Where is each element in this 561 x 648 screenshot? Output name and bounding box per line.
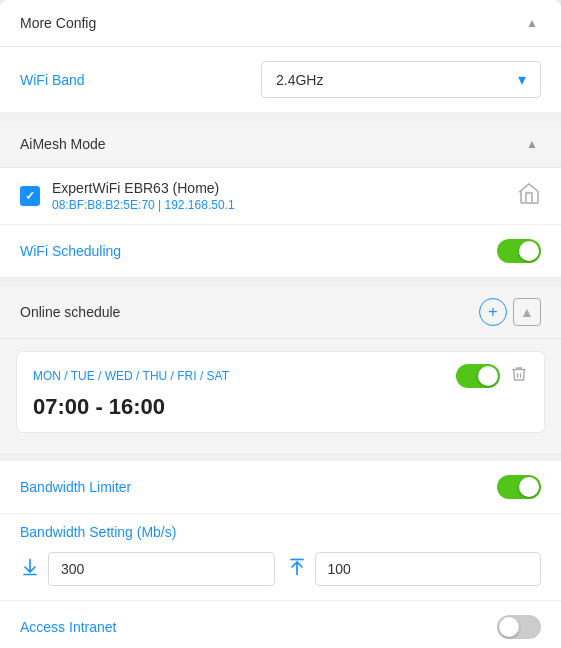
schedule-delete-icon[interactable] — [510, 365, 528, 388]
collapse-schedule-icon: ▲ — [520, 304, 534, 320]
divider-1 — [0, 113, 561, 121]
device-mac: 08:BF:B8:B2:5E:70 | 192.168.50.1 — [52, 198, 235, 212]
bandwidth-inputs-row — [0, 544, 561, 601]
wifi-scheduling-row: WiFi Scheduling — [0, 225, 561, 278]
upload-input[interactable] — [315, 552, 542, 586]
schedule-card-container: MON / TUE / WED / THU / FRI / SAT — [0, 351, 561, 453]
device-name: ExpertWiFi EBR63 (Home) — [52, 180, 235, 196]
schedule-toggle[interactable] — [456, 364, 500, 388]
wifi-band-dropdown-icon: ▾ — [518, 70, 526, 89]
device-left: ExpertWiFi EBR63 (Home) 08:BF:B8:B2:5E:7… — [20, 180, 235, 212]
access-intranet-row: Access Intranet — [0, 601, 561, 648]
add-schedule-button[interactable]: + — [479, 298, 507, 326]
wifi-band-select[interactable]: 2.4GHz ▾ — [261, 61, 541, 98]
wifi-band-value: 2.4GHz — [276, 72, 323, 88]
schedule-days: MON / TUE / WED / THU / FRI / SAT — [33, 369, 229, 383]
device-info: ExpertWiFi EBR63 (Home) 08:BF:B8:B2:5E:7… — [52, 180, 235, 212]
divider-3 — [0, 453, 561, 461]
download-arrow-icon — [20, 557, 40, 582]
wifi-band-label: WiFi Band — [20, 72, 85, 88]
wifi-scheduling-label: WiFi Scheduling — [20, 243, 121, 259]
bandwidth-limiter-label: Bandwidth Limiter — [20, 479, 131, 495]
schedule-time: 07:00 - 16:00 — [33, 394, 528, 420]
access-intranet-toggle[interactable] — [497, 615, 541, 639]
aimesh-chevron: ▲ — [523, 135, 541, 153]
online-schedule-header: Online schedule + ▲ — [0, 286, 561, 339]
wifi-band-row: WiFi Band 2.4GHz ▾ — [0, 47, 561, 113]
divider-2 — [0, 278, 561, 286]
schedule-card-right — [456, 364, 528, 388]
more-config-title: More Config — [20, 15, 96, 31]
schedule-card-top: MON / TUE / WED / THU / FRI / SAT — [33, 364, 528, 388]
add-schedule-icon: + — [488, 304, 497, 320]
wifi-scheduling-toggle[interactable] — [497, 239, 541, 263]
bandwidth-setting-label: Bandwidth Setting (Mb/s) — [0, 514, 561, 544]
collapse-schedule-button[interactable]: ▲ — [513, 298, 541, 326]
schedule-card: MON / TUE / WED / THU / FRI / SAT — [16, 351, 545, 433]
more-config-chevron: ▲ — [523, 14, 541, 32]
download-input-group — [20, 552, 275, 586]
home-icon — [517, 181, 541, 211]
device-checkbox[interactable] — [20, 186, 40, 206]
access-intranet-label: Access Intranet — [20, 619, 117, 635]
aimesh-title: AiMesh Mode — [20, 136, 106, 152]
download-input[interactable] — [48, 552, 275, 586]
bandwidth-limiter-row: Bandwidth Limiter — [0, 461, 561, 514]
aimesh-header[interactable]: AiMesh Mode ▲ — [0, 121, 561, 168]
upload-arrow-icon — [287, 557, 307, 582]
device-row[interactable]: ExpertWiFi EBR63 (Home) 08:BF:B8:B2:5E:7… — [0, 168, 561, 225]
more-config-header[interactable]: More Config ▲ — [0, 0, 561, 47]
online-schedule-actions: + ▲ — [479, 298, 541, 326]
online-schedule-title: Online schedule — [20, 304, 120, 320]
upload-input-group — [287, 552, 542, 586]
bandwidth-limiter-toggle[interactable] — [497, 475, 541, 499]
